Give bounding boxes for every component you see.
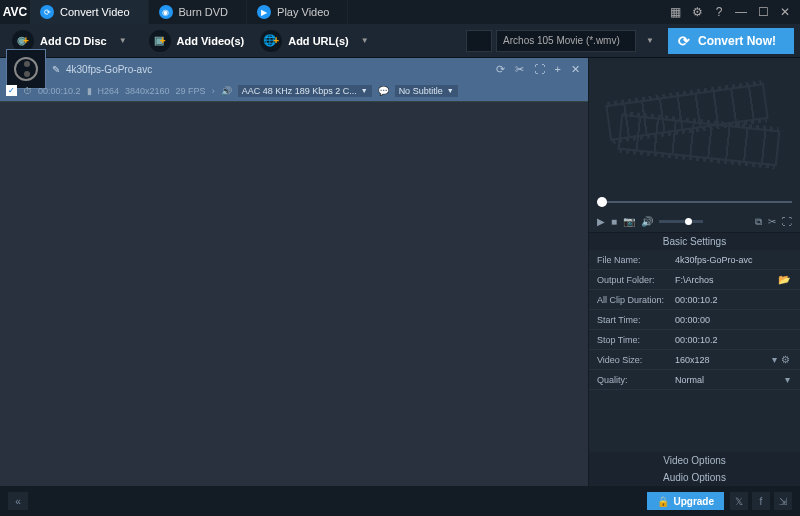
item-checkbox[interactable]: ✓: [6, 85, 17, 96]
button-label: Add Video(s): [177, 35, 245, 47]
chevron-down-icon[interactable]: ▼: [355, 36, 375, 45]
basic-settings-header[interactable]: Basic Settings: [589, 233, 800, 250]
gear-icon[interactable]: ⚙: [690, 5, 704, 19]
setting-filename: File Name:4k30fps-GoPro-avc: [589, 250, 800, 270]
edit-icon[interactable]: ✎: [52, 64, 60, 75]
chevron-down-icon: ▼: [447, 87, 454, 94]
refresh-icon: ⟳: [678, 33, 690, 49]
preview-pane: [589, 58, 800, 193]
profile-icon[interactable]: [466, 30, 492, 52]
subtitle-icon: 💬: [378, 86, 389, 96]
refresh-icon: ⟳: [40, 5, 54, 19]
profile-selector: Archos 105 Movie (*.wmv) ▼: [466, 30, 660, 52]
video-plus-icon: ▣+: [149, 30, 171, 52]
help-icon[interactable]: ?: [712, 5, 726, 19]
button-label: Add URL(s): [288, 35, 349, 47]
setting-stop-time: Stop Time:00:00:10.2: [589, 330, 800, 350]
profile-dropdown[interactable]: Archos 105 Movie (*.wmv): [496, 30, 636, 52]
tab-convert-video[interactable]: ⟳ Convert Video: [30, 0, 149, 24]
speaker-icon: 🔊: [221, 86, 232, 96]
scrub-knob[interactable]: [597, 197, 607, 207]
item-meta: ✓ ⏱ 00:00:10.2 ▮ H264 3840x2160 29 FPS ›…: [0, 80, 588, 101]
film-reel-icon: [14, 57, 38, 81]
item-title-row: ✎ 4k30fps-GoPro-avc ⟳ ✂ ⛶ + ✕: [52, 63, 588, 76]
item-resolution: 3840x2160: [125, 86, 170, 96]
video-options-header[interactable]: Video Options: [589, 452, 800, 469]
titlebar: AVC ⟳ Convert Video ◉ Burn DVD ▶ Play Vi…: [0, 0, 800, 24]
refresh-icon[interactable]: ⟳: [496, 63, 505, 76]
file-list: ✎ 4k30fps-GoPro-avc ⟳ ✂ ⛶ + ✕ ✓ ⏱ 00:00:…: [0, 58, 588, 486]
scissors-icon[interactable]: ✂: [768, 216, 776, 227]
chevron-down-icon[interactable]: ▼: [640, 36, 660, 45]
subtitle-dropdown[interactable]: No Subtitle▼: [395, 85, 458, 97]
chevron-down-icon[interactable]: ▼: [113, 36, 133, 45]
item-title: 4k30fps-GoPro-avc: [66, 64, 152, 75]
social-buttons: 𝕏 f ⇲: [730, 492, 792, 510]
player-controls: ▶ ■ 📷 🔊 ⧉ ✂ ⛶: [589, 211, 800, 233]
video-item[interactable]: ✎ 4k30fps-GoPro-avc ⟳ ✂ ⛶ + ✕ ✓ ⏱ 00:00:…: [0, 58, 588, 102]
item-codec: H264: [98, 86, 120, 96]
collapse-left-button[interactable]: «: [8, 492, 28, 510]
item-fps: 29 FPS: [176, 86, 206, 96]
disc-icon: ◉: [159, 5, 173, 19]
setting-output-folder: Output Folder:F:\Archos📂: [589, 270, 800, 290]
chevron-down-icon[interactable]: ▾: [770, 354, 779, 365]
play-icon: ▶: [257, 5, 271, 19]
item-duration: 00:00:10.2: [38, 86, 81, 96]
tab-label: Convert Video: [60, 6, 130, 18]
setting-quality: Quality:Normal▾: [589, 370, 800, 390]
scissors-icon[interactable]: ✂: [515, 63, 524, 76]
tab-label: Burn DVD: [179, 6, 229, 18]
close-button[interactable]: ✕: [778, 5, 792, 19]
film-strip-graphic: [599, 88, 789, 168]
chevron-down-icon[interactable]: ▾: [783, 374, 792, 385]
setting-start-time: Start Time:00:00:00: [589, 310, 800, 330]
setting-duration: All Clip Duration:00:00:10.2: [589, 290, 800, 310]
add-icon[interactable]: +: [555, 63, 561, 76]
tab-play-video[interactable]: ▶ Play Video: [247, 0, 348, 24]
upgrade-button[interactable]: 🔒 Upgrade: [647, 492, 724, 510]
volume-knob[interactable]: [685, 218, 692, 225]
add-videos-button[interactable]: ▣+ Add Video(s): [143, 30, 251, 52]
toolbar: ◉+ Add CD Disc ▼ ▣+ Add Video(s) 🌐+ Add …: [0, 24, 800, 58]
globe-plus-icon: 🌐+: [260, 30, 282, 52]
volume-icon[interactable]: 🔊: [641, 216, 653, 227]
footer: « 🔒 Upgrade 𝕏 f ⇲: [0, 486, 800, 516]
item-actions: ⟳ ✂ ⛶ + ✕: [496, 63, 588, 76]
profile-value: Archos 105 Movie (*.wmv): [503, 35, 620, 46]
menu-icon[interactable]: ▦: [668, 5, 682, 19]
right-panel: ▶ ■ 📷 🔊 ⧉ ✂ ⛶ Basic Settings File Name:4…: [588, 58, 800, 486]
play-button[interactable]: ▶: [597, 216, 605, 227]
share-icon[interactable]: ⇲: [774, 492, 792, 510]
tab-label: Play Video: [277, 6, 329, 18]
facebook-icon[interactable]: f: [752, 492, 770, 510]
chevron-down-icon: ▼: [361, 87, 368, 94]
crop-icon[interactable]: ⛶: [534, 63, 545, 76]
link-icon[interactable]: ⧉: [755, 216, 762, 228]
minimize-button[interactable]: —: [734, 5, 748, 19]
window-controls: ▦ ⚙ ? — ☐ ✕: [668, 5, 800, 19]
snapshot-button[interactable]: 📷: [623, 216, 635, 227]
expand-icon[interactable]: ⛶: [782, 216, 792, 227]
subtitle-value: No Subtitle: [399, 86, 443, 96]
volume-slider[interactable]: [659, 220, 703, 223]
stop-button[interactable]: ■: [611, 216, 617, 227]
folder-icon[interactable]: 📂: [776, 274, 792, 285]
main-area: ✎ 4k30fps-GoPro-avc ⟳ ✂ ⛶ + ✕ ✓ ⏱ 00:00:…: [0, 58, 800, 486]
tab-burn-dvd[interactable]: ◉ Burn DVD: [149, 0, 248, 24]
item-header: ✎ 4k30fps-GoPro-avc ⟳ ✂ ⛶ + ✕: [0, 58, 588, 80]
app-logo: AVC: [0, 5, 30, 19]
clock-icon: ⏱: [23, 86, 32, 96]
convert-now-button[interactable]: ⟳ Convert Now!: [668, 28, 794, 54]
maximize-button[interactable]: ☐: [756, 5, 770, 19]
basic-settings: File Name:4k30fps-GoPro-avc Output Folde…: [589, 250, 800, 390]
audio-options-header[interactable]: Audio Options: [589, 469, 800, 486]
gear-icon[interactable]: ⚙: [779, 354, 792, 365]
remove-icon[interactable]: ✕: [571, 63, 580, 76]
audio-track-dropdown[interactable]: AAC 48 KHz 189 Kbps 2 C...▼: [238, 85, 372, 97]
audio-value: AAC 48 KHz 189 Kbps 2 C...: [242, 86, 357, 96]
scrub-bar[interactable]: [589, 193, 800, 211]
twitter-icon[interactable]: 𝕏: [730, 492, 748, 510]
main-tabs: ⟳ Convert Video ◉ Burn DVD ▶ Play Video: [30, 0, 348, 24]
add-urls-button[interactable]: 🌐+ Add URL(s) ▼: [254, 30, 380, 52]
